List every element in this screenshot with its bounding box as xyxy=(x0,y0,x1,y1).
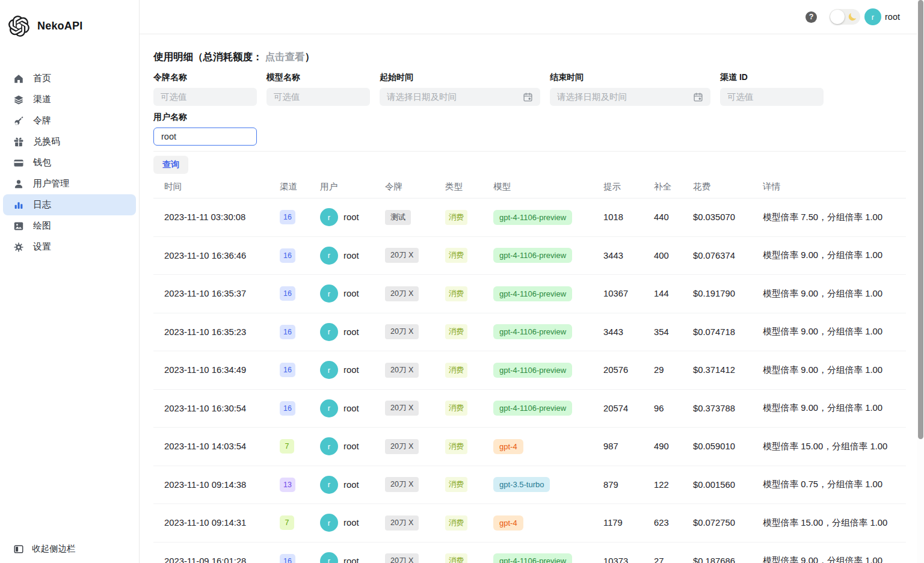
channel-badge: 16 xyxy=(280,248,295,263)
query-section: 查询 xyxy=(153,151,906,174)
main-area: ? r root 使用明细（总消耗额度：点击查看） xyxy=(140,0,924,563)
token-badge: 测试 xyxy=(385,210,411,225)
sidebar-item-redemption[interactable]: 兑换码 xyxy=(3,131,136,152)
channel-id-label: 渠道 ID xyxy=(720,72,824,83)
token-badge: 20刀 X xyxy=(385,515,419,531)
app-logo: NekoAPI xyxy=(0,0,139,37)
log-time: 2023-11-10 09:14:38 xyxy=(164,480,280,490)
sidebar-item-label: 兑换码 xyxy=(33,136,60,147)
user-name: root xyxy=(343,441,359,451)
log-time: 2023-11-10 16:36:46 xyxy=(164,251,280,260)
sidebar-item-home[interactable]: 首页 xyxy=(3,68,136,89)
log-time: 2023-11-10 16:30:54 xyxy=(164,404,280,413)
calendar-icon[interactable] xyxy=(693,92,703,102)
user-name-input[interactable] xyxy=(153,128,257,146)
sidebar-item-label: 绘图 xyxy=(33,220,51,232)
detail: 模型倍率 9.00，分组倍率 1.00 xyxy=(763,250,906,261)
type-badge: 消费 xyxy=(445,401,467,416)
user-avatar: r xyxy=(320,247,338,265)
scrollbar-track xyxy=(917,0,924,563)
type-badge: 消费 xyxy=(445,439,467,454)
sidebar-item-settings[interactable]: 设置 xyxy=(3,236,136,257)
col-detail: 详情 xyxy=(763,181,906,192)
cost: $0.371412 xyxy=(693,365,763,375)
table-row: 2023-11-09 16:01:28 16 r root 20刀 X 消费 g… xyxy=(153,543,906,563)
token-badge: 20刀 X xyxy=(385,363,419,378)
table-row: 2023-11-10 16:35:37 16 r root 20刀 X 消费 g… xyxy=(153,275,906,313)
app-layout: NekoAPI 首页 渠道 令牌 xyxy=(0,0,924,563)
channel-id-input[interactable] xyxy=(720,88,824,106)
sidebar-item-wallet[interactable]: 钱包 xyxy=(3,152,136,173)
sidebar-item-drawing[interactable]: 绘图 xyxy=(3,215,136,236)
sidebar-item-label: 日志 xyxy=(33,199,51,211)
cost: $0.191790 xyxy=(693,289,763,298)
start-time-input[interactable]: 请选择日期及时间 xyxy=(380,88,540,106)
prompt-tokens: 3443 xyxy=(603,327,654,337)
type-badge: 消费 xyxy=(445,477,467,492)
usage-table: 时间 渠道 用户 令牌 类型 模型 提示 补全 花费 详情 2023-11-11… xyxy=(153,176,906,563)
sidebar-item-tokens[interactable]: 令牌 xyxy=(3,110,136,131)
table-row: 2023-11-10 16:34:49 16 r root 20刀 X 消费 g… xyxy=(153,351,906,390)
username: root xyxy=(885,12,900,22)
query-button[interactable]: 查询 xyxy=(153,156,188,174)
collapse-sidebar-button[interactable]: 收起侧边栏 xyxy=(0,536,139,563)
model-badge: gpt-4-1106-preview xyxy=(493,248,572,263)
end-time-input[interactable]: 请选择日期及时间 xyxy=(550,88,710,106)
col-cost: 花费 xyxy=(693,181,763,192)
cost: $0.001560 xyxy=(693,480,763,490)
log-time: 2023-11-10 14:03:54 xyxy=(164,441,280,451)
sidebar-item-logs[interactable]: 日志 xyxy=(3,194,136,215)
log-time: 2023-11-10 16:35:23 xyxy=(164,327,280,337)
channel-badge: 7 xyxy=(280,515,294,530)
token-name-input[interactable] xyxy=(153,88,257,106)
wallet-icon xyxy=(13,157,24,168)
help-icon[interactable]: ? xyxy=(805,11,817,23)
app-name: NekoAPI xyxy=(37,20,82,32)
user-name: root xyxy=(343,212,359,222)
model-badge: gpt-3.5-turbo xyxy=(493,477,550,492)
detail: 模型倍率 0.75，分组倍率 1.00 xyxy=(763,479,906,490)
view-quota-link[interactable]: 点击查看 xyxy=(265,51,305,62)
prompt-tokens: 879 xyxy=(603,480,654,490)
completion-tokens: 122 xyxy=(654,480,693,490)
col-channel: 渠道 xyxy=(280,181,320,192)
prompt-tokens: 20576 xyxy=(603,365,654,375)
log-time: 2023-11-09 16:01:28 xyxy=(164,556,280,563)
model-badge: gpt-4-1106-preview xyxy=(493,210,572,225)
model-badge: gpt-4-1106-preview xyxy=(493,401,572,416)
user-avatar: r xyxy=(320,323,338,341)
completion-tokens: 400 xyxy=(654,251,693,260)
completion-tokens: 623 xyxy=(654,518,693,528)
channel-badge: 13 xyxy=(280,478,295,492)
theme-toggle[interactable] xyxy=(830,9,860,25)
prompt-tokens: 987 xyxy=(603,441,654,451)
layers-icon xyxy=(13,94,24,105)
cost: $0.187686 xyxy=(693,556,763,563)
scrollbar-thumb[interactable] xyxy=(918,0,923,439)
sidebar-item-channels[interactable]: 渠道 xyxy=(3,89,136,110)
table-body: 2023-11-11 03:30:08 16 r root 测试 消费 gpt-… xyxy=(153,198,906,563)
model-name-input[interactable] xyxy=(266,88,370,106)
calendar-icon[interactable] xyxy=(523,92,533,102)
start-time-label: 起始时间 xyxy=(380,72,540,83)
model-badge: gpt-4-1106-preview xyxy=(493,553,572,563)
log-time: 2023-11-10 09:14:31 xyxy=(164,518,280,528)
channel-badge: 16 xyxy=(280,286,295,301)
sidebar-item-users[interactable]: 用户管理 xyxy=(3,173,136,194)
user-avatar: r xyxy=(320,514,338,532)
collapse-sidebar-label: 收起侧边栏 xyxy=(32,543,76,555)
user-name: root xyxy=(343,404,359,413)
type-badge: 消费 xyxy=(445,324,467,339)
user-name: root xyxy=(343,251,359,260)
prompt-tokens: 1018 xyxy=(603,212,654,222)
cost: $0.076374 xyxy=(693,251,763,260)
openai-logo-icon xyxy=(8,16,29,37)
user-name: root xyxy=(343,289,359,298)
model-badge: gpt-4-1106-preview xyxy=(493,286,572,301)
table-row: 2023-11-11 03:30:08 16 r root 测试 消费 gpt-… xyxy=(153,198,906,237)
channel-badge: 16 xyxy=(280,363,295,377)
user-menu[interactable]: r root xyxy=(864,8,900,25)
sidebar-item-label: 首页 xyxy=(33,73,51,84)
user-name: root xyxy=(343,480,359,490)
user-avatar: r xyxy=(320,476,338,494)
